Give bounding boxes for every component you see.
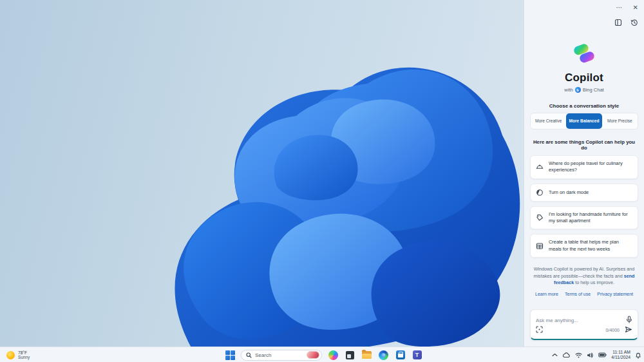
screen: ⋯ ✕ Copilot [0,0,644,362]
copilot-pinwheel-icon [328,350,338,360]
footer-links: Learn more Terms of use Privacy statemen… [530,292,638,296]
ai-disclaimer: Windows Copilot is powered by AI. Surpri… [530,266,638,286]
taskbar-teams-button[interactable]: T [412,350,422,361]
weather-widget[interactable]: 78°F Sunny [4,348,32,361]
desktop-wallpaper [0,0,524,347]
chat-input-card: 0/4000 [530,309,638,340]
taskbar-file-explorer-button[interactable] [361,350,372,361]
taskbar: 78°F Sunny Search T [0,347,644,362]
screenshot-icon[interactable] [536,324,543,336]
style-more-creative-button[interactable]: More Creative [531,113,566,129]
notifications-bell-icon[interactable] [635,352,641,359]
copilot-logo-icon [572,42,596,68]
chat-input[interactable] [536,318,626,323]
subtitle-prefix: with [564,87,573,93]
table-icon [536,242,544,250]
notebook-icon[interactable] [614,19,622,26]
suggestions-heading: Here are some things Copilot can help yo… [530,139,638,151]
clock-time: 11:11 AM [611,350,630,355]
learn-more-link[interactable]: Learn more [535,292,558,296]
onedrive-cloud-icon[interactable] [562,352,571,358]
more-options-icon[interactable]: ⋯ [616,5,623,11]
system-tray: 11:11 AM 4/11/2024 [552,347,641,362]
panel-window-controls: ⋯ ✕ [530,4,638,12]
disclaimer-text-1: Windows Copilot is powered by AI. Surpri… [533,266,634,278]
task-view-icon [346,351,354,359]
edge-icon [379,350,388,360]
suggestion-card-dark-mode[interactable]: Turn on dark mode [530,184,638,202]
copilot-panel: ⋯ ✕ Copilot [524,0,644,347]
suggestion-text: Turn on dark mode [549,189,589,196]
weather-temperature: 78°F [18,350,30,355]
copilot-title: Copilot [530,71,638,84]
search-daily-image [307,351,319,359]
bloom-artwork [0,0,524,347]
battery-icon[interactable] [598,352,607,357]
teams-icon: T [413,350,422,359]
taskbar-copilot-button[interactable] [328,350,339,361]
folder-icon [362,351,372,359]
taskbar-edge-button[interactable] [378,350,389,361]
taskbar-store-button[interactable] [395,350,406,361]
disclaimer-text-2: to help us improve. [574,280,614,285]
tag-icon [536,214,544,222]
conversation-style-heading: Choose a conversation style [530,103,638,109]
terms-of-use-link[interactable]: Terms of use [565,292,591,296]
taskbar-task-view-button[interactable] [345,350,355,361]
taskbar-search[interactable]: Search [241,350,322,361]
character-counter: 0/4000 [606,328,620,332]
subtitle-brand: Bing Chat [583,87,604,93]
suggestion-card-meal-plan[interactable]: Create a table that helps me plan meals … [530,234,638,258]
search-label: Search [255,352,303,358]
style-more-precise-button[interactable]: More Precise [602,113,638,129]
microsoft-store-icon [396,350,405,359]
style-more-balanced-button[interactable]: More Balanced [566,113,601,129]
sun-icon [6,351,15,359]
suggestion-card-travel[interactable]: Where do people travel for culinary expe… [530,155,638,179]
send-icon[interactable] [625,324,632,336]
suggestion-card-furniture[interactable]: I'm looking for handmade furniture for m… [530,206,638,230]
history-icon[interactable] [630,19,638,26]
taskbar-center: Search T [225,347,422,362]
cloche-icon [536,163,544,171]
bing-logo-icon: b [575,87,581,93]
search-icon [246,349,252,361]
wifi-icon[interactable] [575,352,582,358]
taskbar-clock[interactable]: 11:11 AM 4/11/2024 [611,350,630,361]
conversation-style-toggle: More Creative More Balanced More Precise [530,113,638,129]
dark-mode-icon [536,189,544,196]
copilot-subtitle: with b Bing Chat [530,87,638,93]
close-icon[interactable]: ✕ [633,5,638,11]
chevron-up-icon[interactable] [552,353,558,357]
suggestion-text: I'm looking for handmade furniture for m… [549,211,632,225]
suggestion-text: Create a table that helps me plan meals … [549,239,632,252]
panel-toolbar [530,18,638,26]
weather-condition: Sunny [18,355,30,359]
volume-icon[interactable] [587,352,594,358]
suggestion-text: Where do people travel for culinary expe… [549,160,632,174]
clock-date: 4/11/2024 [611,355,630,360]
privacy-statement-link[interactable]: Privacy statement [597,292,633,296]
copilot-brand: Copilot with b Bing Chat [530,42,638,93]
start-button[interactable] [225,350,235,360]
